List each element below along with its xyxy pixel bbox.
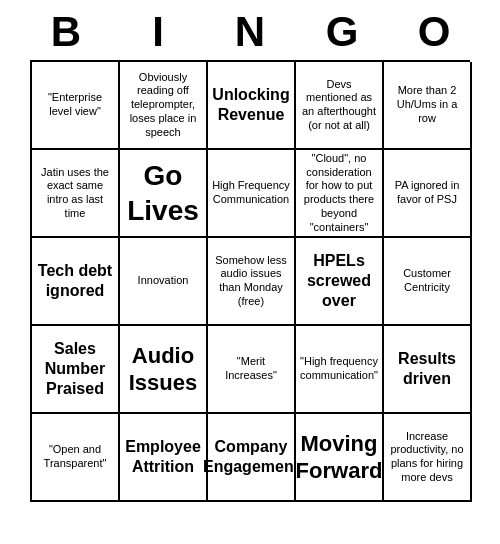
cell-11: Innovation <box>120 238 208 326</box>
cell-7: High Frequency Communication <box>208 150 296 238</box>
cell-0: "Enterprise level view" <box>32 62 120 150</box>
cell-15: Sales Number Praised <box>32 326 120 414</box>
cell-22: Company Engagement <box>208 414 296 502</box>
cell-6: Go Lives <box>120 150 208 238</box>
cell-16: Audio Issues <box>120 326 208 414</box>
cell-8: "Cloud", no consideration for how to put… <box>296 150 384 238</box>
bingo-header: B I N G O <box>20 0 480 60</box>
cell-19: Results driven <box>384 326 472 414</box>
cell-20: "Open and Transparent" <box>32 414 120 502</box>
cell-3: Devs mentioned as an afterthought (or no… <box>296 62 384 150</box>
cell-2: Unlocking Revenue <box>208 62 296 150</box>
cell-23: Moving Forward <box>296 414 384 502</box>
cell-4: More than 2 Uh/Ums in a row <box>384 62 472 150</box>
cell-12: Somehow less audio issues than Monday (f… <box>208 238 296 326</box>
cell-13: HPELs screwed over <box>296 238 384 326</box>
cell-21: Employee Attrition <box>120 414 208 502</box>
cell-9: PA ignored in favor of PSJ <box>384 150 472 238</box>
letter-b: B <box>26 8 106 56</box>
cell-18: "High frequency communication" <box>296 326 384 414</box>
cell-17: "Merit Increases" <box>208 326 296 414</box>
cell-1: Obviously reading off teleprompter, lose… <box>120 62 208 150</box>
cell-5: Jatin uses the exact same intro as last … <box>32 150 120 238</box>
cell-10: Tech debt ignored <box>32 238 120 326</box>
letter-n: N <box>210 8 290 56</box>
cell-24: Increase productivity, no plans for hiri… <box>384 414 472 502</box>
cell-14: Customer Centricity <box>384 238 472 326</box>
letter-o: O <box>394 8 474 56</box>
letter-i: I <box>118 8 198 56</box>
letter-g: G <box>302 8 382 56</box>
bingo-grid: "Enterprise level view"Obviously reading… <box>30 60 470 502</box>
